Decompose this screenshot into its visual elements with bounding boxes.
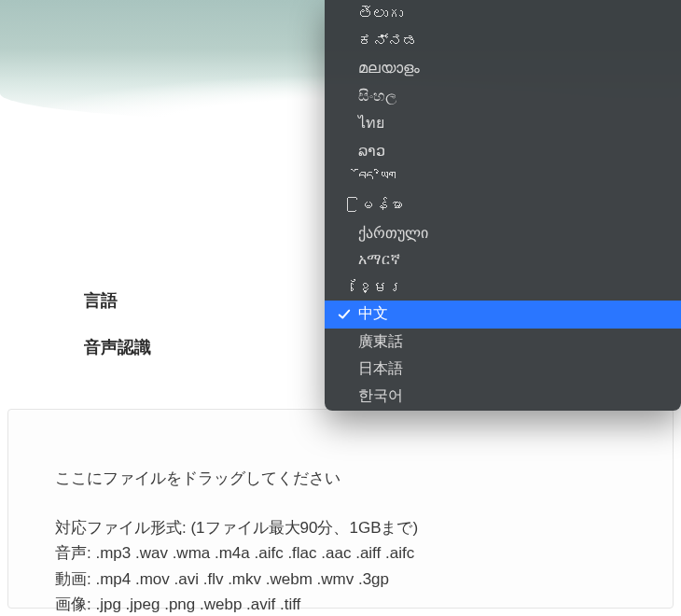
dropzone-instruction: ここにファイルをドラッグしてください — [55, 466, 626, 491]
language-option-label: ქართული — [358, 224, 428, 242]
language-option[interactable]: 日本語 — [325, 356, 681, 383]
language-option-label: සිංහල — [358, 88, 396, 105]
language-option-label: ខ្មែរ — [358, 279, 403, 296]
language-option[interactable]: ქართული — [325, 218, 681, 245]
language-option[interactable]: አማርኛ — [325, 246, 681, 273]
language-option[interactable]: සිංහල — [325, 82, 681, 109]
language-option[interactable]: မြန်မာ — [325, 191, 681, 218]
language-option-label: မြန်မာ — [358, 197, 403, 214]
language-label: 言語 — [37, 289, 224, 312]
language-option[interactable]: 中文 — [325, 301, 681, 328]
language-option[interactable]: తెలుగు — [325, 0, 681, 27]
check-icon — [338, 308, 351, 321]
language-option-label: 廣東話 — [358, 332, 403, 352]
language-option[interactable]: བོད་ཡིག — [325, 164, 681, 191]
dropzone-audio-formats: 音声: .mp3 .wav .wma .m4a .aifc .flac .aac… — [55, 540, 626, 566]
language-dropdown[interactable]: తెలుగుಕನ್ನಡമലയാളംසිංහලไทยລາວབོད་ཡིགမြန်မ… — [325, 0, 681, 411]
language-option-label: 中文 — [358, 304, 388, 324]
language-option-label: ລາວ — [358, 142, 385, 160]
language-option-label: മലയാളം — [358, 60, 420, 77]
language-option-label: 한국어 — [358, 386, 403, 406]
language-option-label: བོད་ཡིག — [358, 169, 396, 186]
file-dropzone[interactable]: ここにファイルをドラッグしてください 対応ファイル形式: (1ファイル最大90分… — [7, 409, 674, 609]
language-option-label: ไทย — [358, 111, 384, 134]
language-option[interactable]: 한국어 — [325, 383, 681, 410]
language-option-label: 日本語 — [358, 359, 403, 379]
language-option[interactable]: മലയാളം — [325, 55, 681, 82]
language-option-label: አማርኛ — [358, 251, 400, 268]
language-option[interactable]: ລາວ — [325, 136, 681, 163]
language-option[interactable]: 廣東話 — [325, 329, 681, 356]
language-option[interactable]: ខ្មែរ — [325, 273, 681, 301]
language-option[interactable]: ಕನ್ನಡ — [325, 27, 681, 54]
language-option[interactable]: ไทย — [325, 109, 681, 136]
dropzone-formats-header: 対応ファイル形式: (1ファイル最大90分、1GBまで) — [55, 515, 626, 540]
language-option-label: తెలుగు — [358, 6, 403, 22]
language-option-label: ಕನ್ನಡ — [358, 33, 418, 49]
dropzone-image-formats: 画像: .jpg .jpeg .png .webp .avif .tiff — [55, 592, 626, 616]
speech-recognition-label: 音声認識 — [37, 336, 224, 358]
dropzone-video-formats: 動画: .mp4 .mov .avi .flv .mkv .webm .wmv … — [55, 567, 626, 592]
